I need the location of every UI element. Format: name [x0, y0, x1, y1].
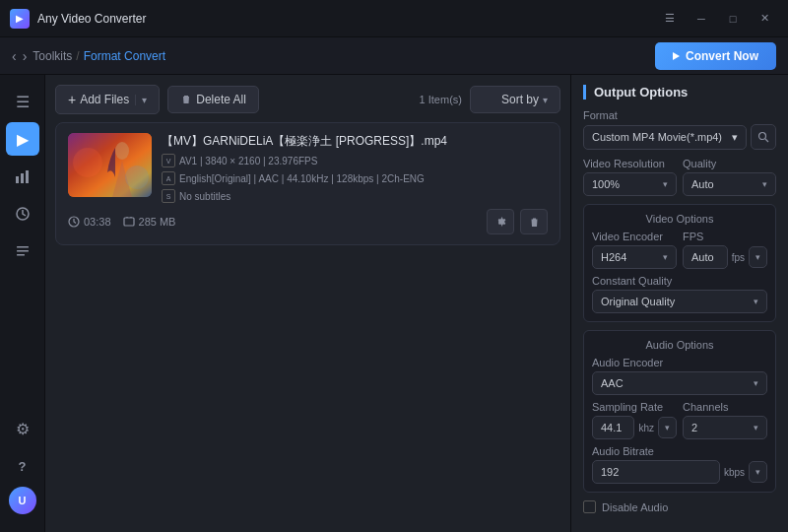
constant-quality-select[interactable]: Original Quality ▾ — [592, 290, 767, 313]
file-delete-button[interactable] — [520, 209, 548, 234]
sidebar-item-analytics[interactable] — [6, 160, 39, 193]
breadcrumb-current: Format Convert — [84, 49, 165, 63]
svg-rect-5 — [17, 250, 29, 252]
audio-bitrate-label: Audio Bitrate — [592, 445, 767, 457]
sort-by-button[interactable]: Sort by ▾ — [470, 86, 560, 113]
sidebar-item-tasks[interactable] — [6, 234, 39, 268]
svg-point-13 — [759, 133, 766, 140]
video-encoder-label: Video Encoder — [592, 231, 677, 242]
disable-audio-row[interactable]: Disable Audio — [583, 500, 776, 513]
fps-chevron[interactable]: ▾ — [749, 246, 767, 268]
svg-rect-1 — [21, 173, 24, 183]
svg-point-8 — [115, 142, 129, 160]
format-select[interactable]: Custom MP4 Movie(*.mp4) ▾ — [583, 125, 747, 150]
channels-select[interactable]: 2 ▾ — [683, 416, 767, 439]
sampling-rate-chevron[interactable]: ▾ — [658, 417, 677, 438]
disable-audio-checkbox[interactable] — [583, 500, 596, 513]
constant-quality-label: Constant Quality — [592, 275, 767, 287]
video-resolution-label: Video Resolution — [583, 158, 677, 169]
main-content: + Add Files ▾ Delete All 1 Item(s) Sort … — [45, 75, 788, 532]
video-options-title: Video Options — [592, 213, 767, 225]
add-files-chevron: ▾ — [135, 95, 147, 105]
sampling-rate-select[interactable]: 44.1 — [592, 416, 634, 439]
nav-bar: ‹ › Toolkits / Format Convert Convert No… — [0, 37, 788, 75]
app-icon: ▶ — [10, 9, 30, 29]
audio-options-title: Audio Options — [592, 339, 767, 351]
sidebar-item-history[interactable] — [6, 197, 39, 231]
svg-point-10 — [125, 166, 149, 189]
breadcrumb: Toolkits / Format Convert — [33, 49, 165, 63]
window-controls: ☰ ─ □ ✕ — [656, 9, 778, 29]
svg-rect-2 — [26, 170, 29, 183]
audio-encoder-label: Audio Encoder — [592, 357, 767, 368]
subtitle-meta: S No subtitles — [162, 189, 548, 203]
minimize-button[interactable]: ─ — [688, 9, 715, 29]
back-button[interactable]: ‹ — [12, 48, 17, 64]
close-button[interactable]: ✕ — [751, 9, 778, 29]
audio-meta: A English[Original] | AAC | 44.10kHz | 1… — [162, 171, 548, 185]
forward-button[interactable]: › — [23, 48, 28, 64]
svg-rect-4 — [17, 246, 29, 248]
audio-encoder-select[interactable]: AAC ▾ — [592, 371, 767, 395]
video-encoder-select[interactable]: H264 ▾ — [592, 245, 677, 269]
size-info: 285 MB — [123, 216, 176, 228]
app-title: Any Video Converter — [37, 12, 147, 26]
format-label: Format — [583, 109, 776, 121]
duration-info: 03:38 — [68, 216, 111, 228]
sidebar-item-help[interactable]: ? — [6, 449, 39, 483]
title-bar: ▶ Any Video Converter ☰ ─ □ ✕ — [0, 0, 788, 37]
audio-bitrate-chevron[interactable]: ▾ — [749, 461, 767, 483]
sampling-rate-label: Sampling Rate — [592, 401, 677, 413]
svg-rect-12 — [124, 218, 134, 226]
video-resolution-select[interactable]: 100% ▾ — [583, 172, 677, 196]
quality-label: Quality — [683, 158, 776, 169]
format-search-button[interactable] — [751, 124, 776, 150]
audio-options-section: Audio Options Audio Encoder AAC ▾ Sampli… — [583, 330, 776, 493]
output-options-title: Output Options — [583, 85, 776, 100]
fps-select[interactable]: Auto — [683, 245, 728, 269]
fps-label: FPS — [683, 231, 767, 242]
sidebar-item-settings[interactable]: ⚙ — [6, 412, 39, 445]
disable-audio-label: Disable Audio — [602, 501, 668, 513]
file-settings-button[interactable] — [487, 209, 514, 234]
file-toolbar: + Add Files ▾ Delete All 1 Item(s) Sort … — [55, 85, 560, 114]
file-info: 【MV】GARNiDELiA【極楽浄土 [PROGRESS]】.mp4 V AV… — [162, 133, 548, 203]
file-name: 【MV】GARNiDELiA【極楽浄土 [PROGRESS]】.mp4 — [162, 133, 548, 150]
quality-select[interactable]: Auto ▾ — [683, 172, 776, 196]
add-files-button[interactable]: + Add Files ▾ — [55, 85, 160, 114]
audio-bitrate-input[interactable]: 192 — [592, 460, 720, 484]
convert-now-button[interactable]: Convert Now — [655, 42, 776, 70]
file-item-bottom: 03:38 285 MB — [68, 209, 548, 234]
sidebar-item-menu[interactable]: ☰ — [6, 85, 39, 118]
maximize-button[interactable]: □ — [719, 9, 747, 29]
file-actions — [487, 209, 548, 234]
video-meta: V AV1 | 3840 × 2160 | 23.976FPS — [162, 154, 548, 167]
file-panel: + Add Files ▾ Delete All 1 Item(s) Sort … — [45, 75, 571, 532]
file-thumbnail — [68, 133, 152, 197]
item-count: 1 Item(s) — [420, 94, 462, 105]
svg-point-9 — [73, 148, 102, 177]
svg-line-14 — [765, 139, 768, 142]
file-item: 【MV】GARNiDELiA【極楽浄土 [PROGRESS]】.mp4 V AV… — [55, 122, 560, 245]
channels-label: Channels — [683, 401, 767, 413]
avatar[interactable]: U — [9, 487, 36, 514]
menu-icon[interactable]: ☰ — [656, 9, 684, 29]
output-panel: Output Options Format Custom MP4 Movie(*… — [571, 75, 788, 532]
svg-rect-0 — [16, 176, 19, 183]
video-options-section: Video Options Video Encoder H264 ▾ FPS A… — [583, 204, 776, 322]
sort-by-chevron: ▾ — [543, 95, 548, 105]
sidebar-item-convert[interactable]: ▶ — [6, 122, 39, 156]
breadcrumb-toolkits[interactable]: Toolkits — [33, 49, 72, 63]
delete-all-button[interactable]: Delete All — [167, 86, 259, 113]
play-icon — [673, 52, 680, 60]
svg-rect-6 — [17, 254, 25, 256]
sidebar: ☰ ▶ ⚙ ? U — [0, 75, 45, 532]
